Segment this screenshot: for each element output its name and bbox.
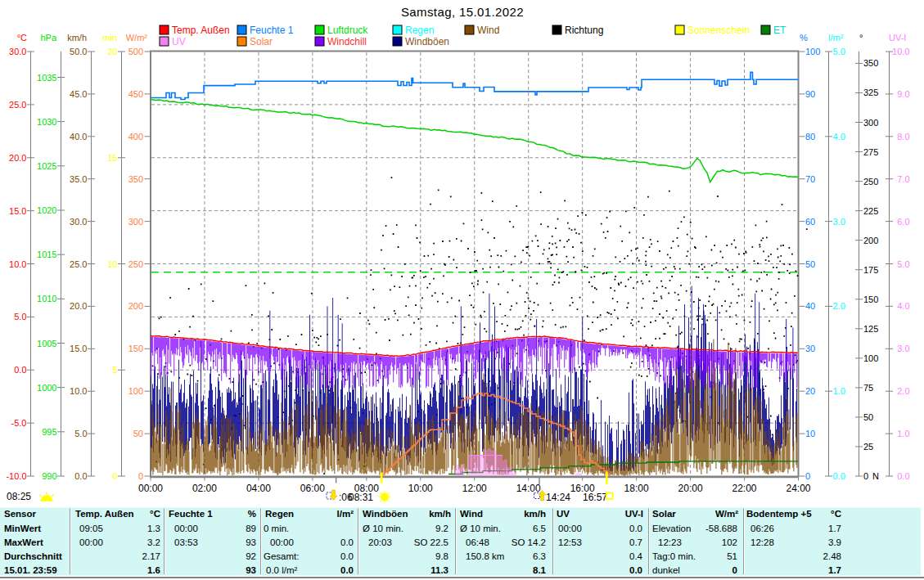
svg-text:Gesamt:: Gesamt: [264, 551, 299, 561]
svg-text:5.0: 5.0 [14, 312, 26, 321]
svg-text:Elevation: Elevation [652, 524, 691, 533]
svg-text:Tag:0 min.: Tag:0 min. [652, 551, 696, 561]
svg-text:5: 5 [112, 365, 117, 375]
svg-text:1010: 1010 [37, 294, 56, 303]
svg-text:12:23: 12:23 [658, 537, 682, 547]
svg-text:Luftdruck: Luftdruck [327, 25, 368, 36]
svg-text:00:00: 00:00 [138, 483, 163, 494]
svg-text:°C: °C [17, 33, 27, 43]
svg-text:102: 102 [722, 537, 737, 547]
svg-text:0: 0 [138, 471, 143, 481]
svg-text:06:00: 06:00 [300, 483, 325, 494]
svg-text:60: 60 [805, 217, 815, 227]
svg-text:W/m²: W/m² [126, 33, 148, 43]
svg-text:2.48: 2.48 [823, 551, 841, 561]
svg-text:5.0: 5.0 [897, 259, 909, 269]
svg-text:Solar: Solar [250, 36, 273, 47]
svg-text:300: 300 [128, 217, 143, 227]
svg-text:0: 0 [732, 565, 737, 575]
svg-text:1.7: 1.7 [828, 565, 841, 575]
svg-text:8.0: 8.0 [897, 132, 909, 142]
svg-text:35.0: 35.0 [70, 174, 87, 184]
svg-text:0.0: 0.0 [629, 524, 642, 533]
svg-text:Windböen: Windböen [405, 36, 449, 47]
svg-text:SO 14.2: SO 14.2 [512, 537, 546, 547]
svg-text:1.7: 1.7 [828, 524, 841, 533]
svg-text:06:48: 06:48 [466, 537, 489, 547]
svg-text:150: 150 [863, 294, 878, 304]
svg-text:2.0: 2.0 [833, 301, 845, 311]
svg-text:Temp. Außen: Temp. Außen [75, 509, 134, 519]
svg-text:10.0: 10.0 [70, 386, 87, 396]
svg-text:1.3: 1.3 [147, 524, 160, 533]
svg-text:02:00: 02:00 [192, 483, 217, 494]
svg-text:UV: UV [172, 36, 186, 47]
svg-text:995: 995 [42, 427, 56, 437]
svg-text:30.0: 30.0 [70, 217, 87, 227]
svg-text:14:24: 14:24 [546, 492, 570, 503]
svg-text:350: 350 [128, 174, 143, 184]
svg-text:20: 20 [805, 386, 815, 396]
svg-text:Samstag, 15.01.2022: Samstag, 15.01.2022 [401, 5, 524, 19]
svg-text:1005: 1005 [37, 339, 56, 348]
svg-text:89: 89 [246, 524, 256, 533]
svg-text:1.0: 1.0 [833, 386, 845, 396]
svg-text:UV: UV [557, 509, 570, 519]
svg-text:hPa: hPa [40, 33, 56, 43]
svg-text:00:00: 00:00 [79, 537, 103, 547]
svg-text:45.0: 45.0 [70, 89, 87, 99]
svg-text:6.3: 6.3 [533, 551, 546, 561]
svg-text:20:00: 20:00 [678, 483, 703, 494]
svg-text:250: 250 [863, 177, 878, 187]
svg-text:200: 200 [863, 236, 878, 245]
svg-text:10.0: 10.0 [892, 47, 909, 56]
svg-text:00:00: 00:00 [270, 537, 294, 547]
svg-text:Ø 10 min.: Ø 10 min. [363, 524, 403, 533]
svg-text:%: % [800, 33, 808, 43]
svg-text:3.0: 3.0 [833, 217, 845, 227]
svg-text:30.0: 30.0 [9, 47, 26, 56]
svg-text:40: 40 [805, 301, 815, 311]
svg-text:0.0: 0.0 [340, 551, 354, 561]
svg-text:04:00: 04:00 [246, 483, 271, 494]
svg-text:0.0: 0.0 [833, 471, 845, 481]
svg-text:10: 10 [805, 429, 815, 438]
svg-text:%: % [248, 509, 256, 519]
svg-text:MaxWert: MaxWert [4, 537, 43, 547]
svg-text:150.8 km: 150.8 km [466, 551, 504, 561]
svg-text:15.0: 15.0 [9, 206, 26, 216]
svg-text:50: 50 [805, 259, 815, 269]
svg-text:14:00: 14:00 [516, 483, 541, 494]
svg-text:l/m²: l/m² [828, 33, 844, 43]
svg-text:km/h: km/h [429, 509, 451, 519]
svg-text:2.0: 2.0 [897, 386, 909, 396]
svg-text:Ø 10 min.: Ø 10 min. [460, 524, 501, 533]
svg-text:°C: °C [831, 509, 841, 519]
svg-text:1000: 1000 [37, 383, 56, 393]
svg-text:1025: 1025 [37, 161, 56, 171]
svg-text:20:03: 20:03 [368, 537, 392, 547]
svg-text:3.9: 3.9 [828, 537, 841, 547]
svg-text:0.0: 0.0 [74, 471, 87, 481]
svg-text:Regen: Regen [265, 509, 294, 519]
svg-text:UV-I: UV-I [625, 509, 643, 519]
svg-text:W/m²: W/m² [715, 509, 738, 519]
svg-text:Windböen: Windböen [363, 509, 408, 519]
svg-text:Windchill: Windchill [327, 36, 367, 47]
svg-text:Sonnenschein: Sonnenschein [687, 25, 750, 36]
svg-text:Regen: Regen [405, 25, 434, 36]
svg-text:40.0: 40.0 [70, 132, 87, 142]
svg-text:MinWert: MinWert [4, 524, 41, 533]
svg-text:75: 75 [863, 383, 873, 393]
svg-text:20: 20 [107, 47, 117, 56]
svg-text:ET: ET [773, 25, 787, 36]
svg-text:50: 50 [133, 429, 143, 438]
svg-text:275: 275 [863, 147, 878, 157]
svg-text:93: 93 [246, 565, 256, 575]
svg-text:3.0: 3.0 [897, 344, 909, 353]
svg-text:25: 25 [863, 442, 873, 452]
svg-text:9.0: 9.0 [897, 89, 909, 99]
svg-text:9.2: 9.2 [435, 524, 448, 533]
svg-text:16:57: 16:57 [583, 492, 607, 503]
svg-text:450: 450 [128, 89, 143, 99]
